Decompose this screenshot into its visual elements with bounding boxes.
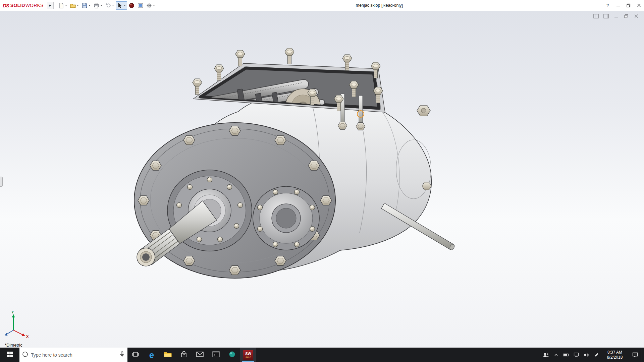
taskbar-item-solidworks[interactable]: SW 2017 (240, 348, 256, 362)
menu-expand-button[interactable]: ▶ (47, 2, 54, 9)
undo-dropdown-caret (112, 5, 114, 6)
mail-envelope-icon (196, 352, 204, 358)
print-dropdown-caret (100, 5, 102, 6)
solidworks-window: DS SOLIDWORKS ▶ (0, 0, 644, 362)
edge-icon: e (149, 351, 154, 359)
triad-x-label: X (26, 335, 29, 339)
view-orientation-label: *Dimetric (5, 343, 22, 348)
options-button[interactable] (145, 1, 156, 10)
3d-viewport[interactable]: Y X *Dimetric (0, 11, 644, 348)
pen-icon[interactable] (591, 348, 601, 362)
start-button[interactable] (0, 348, 19, 362)
taskbar-item-green-app[interactable] (224, 348, 240, 362)
new-document-icon (58, 3, 64, 8)
clock-date: 8/2/2018 (607, 355, 623, 360)
taskbar-search (19, 348, 127, 362)
solidworks-app-icon: SW 2017 (243, 350, 253, 360)
network-icon[interactable] (571, 348, 581, 362)
solidworks-logo: DS SOLIDWORKS (0, 3, 47, 8)
print-button[interactable] (92, 1, 104, 10)
gearbox-model (0, 11, 644, 348)
windows-logo-icon (7, 352, 13, 358)
gear-icon (146, 3, 152, 8)
display-settings-button[interactable] (136, 1, 145, 10)
undo-button[interactable] (104, 1, 115, 10)
document-title: menjac sklop [Read-only] (156, 3, 602, 8)
hidden-icons-chevron[interactable] (551, 348, 561, 362)
teal-sphere-icon (229, 351, 235, 359)
store-bag-icon (180, 351, 187, 359)
taskbar-clock[interactable]: 8:37 AM 8/2/2018 (601, 348, 628, 362)
action-center-button[interactable] (628, 348, 642, 362)
minimize-button[interactable] (613, 0, 623, 11)
doc-minimize-button[interactable] (612, 13, 620, 19)
titlebar: DS SOLIDWORKS ▶ (0, 0, 644, 11)
pane-left-icon[interactable] (592, 13, 600, 19)
task-view-icon (132, 352, 139, 358)
pane-right-icon[interactable] (602, 13, 610, 19)
save-dropdown-caret (89, 5, 91, 6)
system-tray: 8:37 AM 8/2/2018 (541, 348, 644, 362)
open-dropdown-caret (77, 5, 79, 6)
file-explorer-icon (164, 351, 172, 359)
save-button[interactable] (80, 1, 92, 10)
microphone-icon[interactable] (119, 351, 125, 359)
appearance-sphere-icon (129, 3, 135, 8)
clock-time: 8:37 AM (607, 350, 622, 355)
select-dropdown-caret (124, 5, 126, 6)
show-desktop-button[interactable] (642, 348, 644, 362)
options-dropdown-caret (153, 5, 155, 6)
select-tool-button[interactable] (116, 1, 127, 10)
window-controls: ? (602, 0, 644, 11)
orientation-triad: Y X (2, 309, 32, 339)
search-input[interactable] (31, 352, 117, 358)
taskbar-item-file-explorer[interactable] (160, 348, 176, 362)
taskbar-item-edge[interactable]: e (144, 348, 160, 362)
brand-works: WORKS (25, 3, 44, 8)
print-icon (94, 3, 99, 8)
console-window-icon (212, 351, 220, 358)
battery-icon[interactable] (561, 348, 571, 362)
triad-y-label: Y (11, 310, 14, 314)
solidworks-letters: SW (245, 352, 251, 356)
volume-icon[interactable] (581, 348, 591, 362)
doc-restore-button[interactable] (623, 13, 630, 19)
undo-icon (105, 3, 111, 8)
people-icon[interactable] (541, 348, 551, 362)
taskbar-item-store[interactable] (176, 348, 192, 362)
help-button[interactable]: ? (602, 0, 613, 11)
quick-access-toolbar (57, 1, 156, 10)
doc-close-button[interactable] (633, 13, 640, 19)
taskbar-item-console[interactable] (208, 348, 224, 362)
restore-button[interactable] (623, 0, 634, 11)
task-view-button[interactable] (127, 348, 144, 362)
document-window-controls (592, 13, 640, 19)
new-document-button[interactable] (57, 1, 68, 10)
new-dropdown-caret (65, 5, 67, 6)
ds-logo-icon: DS (3, 3, 9, 8)
save-floppy-icon (82, 3, 88, 8)
cortana-icon (22, 351, 28, 359)
solidworks-year: 2017 (246, 356, 251, 358)
open-folder-icon (70, 3, 76, 8)
open-button[interactable] (69, 1, 80, 10)
feature-manager-collapsed-tab[interactable] (0, 177, 3, 187)
appearance-button[interactable] (127, 1, 136, 10)
display-settings-icon (138, 3, 143, 8)
select-cursor-icon (117, 3, 123, 8)
brand-solid: SOLID (10, 3, 25, 8)
close-button[interactable] (634, 0, 644, 11)
windows-taskbar: e SW 2017 (0, 348, 644, 362)
taskbar-item-mail[interactable] (192, 348, 208, 362)
